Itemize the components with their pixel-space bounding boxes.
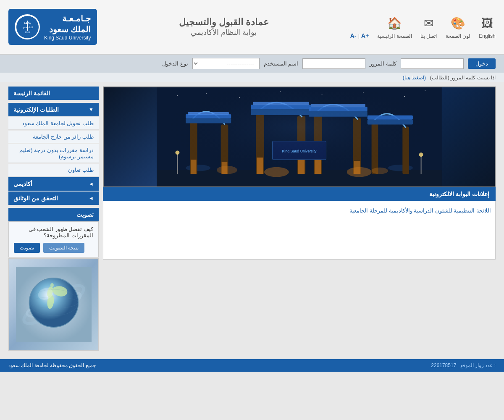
- vote-header: تصويت: [8, 208, 99, 221]
- nav-contact-label: اتصل بنا: [420, 33, 437, 39]
- vote-content: كيف تفضل ظهور الشعب في المقررات المطروحة…: [8, 221, 99, 257]
- font-minus-button[interactable]: A-: [350, 32, 357, 39]
- header-title-area: عمادة القبول والتسجيل بوابة النظام الأكا…: [97, 17, 350, 37]
- globe-image: [8, 258, 99, 351]
- vote-section: تصويت كيف تفضل ظهور الشعب في المقررات ال…: [8, 208, 99, 257]
- font-size-controls: A- | A+: [350, 32, 369, 39]
- announcements-title: إعلانات البوابة الالكترونية: [429, 191, 489, 197]
- sidebar-item-cooperation[interactable]: طلب تعاون: [8, 164, 99, 176]
- sidebar-main-menu-label: القائمة الرئيسة: [13, 90, 50, 97]
- forgot-password-bar: اذا نسيت كلمة المرور (للطالب) (اضغط هنا): [0, 73, 504, 82]
- footer-visitor-area: 226178517 عدد زوار الموقع :: [431, 362, 496, 368]
- main-content: King Saud University إعلانات البوابة الا: [0, 82, 504, 355]
- envelope-icon: ✉: [420, 15, 437, 32]
- forgot-password-text: اذا نسيت كلمة المرور (للطالب): [430, 75, 496, 81]
- sidebar-verify-docs-header[interactable]: ◄ التحقق من الوثائق: [8, 192, 99, 205]
- forgot-password-link[interactable]: (اضغط هنا): [403, 75, 426, 81]
- vote-result-button[interactable]: نتيجة التصويت: [43, 243, 84, 253]
- nav-colors-label: لون الصفحة: [446, 33, 470, 39]
- portal-title-sub: بوابة النظام الأكاديمي: [110, 28, 337, 37]
- vote-question: كيف تفضل ظهور الشعب في المقررات المطروحة…: [14, 226, 93, 239]
- login-type-select[interactable]: ---------------: [192, 58, 260, 69]
- sidebar-item-courses-nodegree[interactable]: دراسة مقررات بدون درجة (تعليم مستمر برسو…: [8, 144, 99, 163]
- vote-buttons: تصويت نتيجة التصويت: [14, 243, 93, 253]
- home-icon: 🏠: [386, 15, 403, 32]
- sidebar: القائمة الرئيسة ▼ الطلبات الإلكترونية طل…: [8, 87, 99, 351]
- font-plus-button[interactable]: A+: [361, 32, 369, 39]
- nav-english-label: English: [479, 33, 495, 39]
- svg-rect-52: [157, 87, 442, 186]
- login-bar: دخول كلمة المرور اسم المستخدم ----------…: [0, 55, 504, 73]
- nav-home[interactable]: 🏠 الصفحة الرئيسية: [377, 15, 412, 39]
- color-palette-icon: 🎨: [449, 15, 466, 32]
- announcement-link-1[interactable]: اللائحة التنظيمية للشئون الدراسية والأكا…: [108, 205, 491, 216]
- portal-title-main: عمادة القبول والتسجيل: [110, 17, 337, 28]
- university-emblem: جامعة الملك سعود 1957: [15, 14, 40, 39]
- visitor-count: 226178517: [431, 362, 456, 368]
- sidebar-main-menu-header[interactable]: القائمة الرئيسة: [8, 87, 99, 100]
- sidebar-verify-docs-label: التحقق من الوثائق: [13, 195, 58, 202]
- password-input[interactable]: [401, 58, 464, 69]
- chevron-down-icon: ▼: [89, 107, 94, 113]
- hero-banner: King Saud University: [103, 87, 496, 187]
- sidebar-item-visitor[interactable]: طلب زائر من خارج الجامعة: [8, 131, 99, 143]
- chevron-right-icon-2: ◄: [89, 195, 94, 201]
- sidebar-electronic-requests-header[interactable]: ▼ الطلبات الإلكترونية: [8, 103, 99, 116]
- nav-english[interactable]: 🖼 English: [479, 15, 496, 39]
- chevron-right-icon: ◄: [89, 181, 94, 187]
- username-input[interactable]: [302, 58, 365, 69]
- university-name-english: King Saud University: [44, 35, 91, 41]
- english-flag-icon: 🖼: [479, 15, 496, 32]
- university-logo: جـامـعـةالملك سعود King Saud University …: [8, 9, 97, 45]
- nav-contact[interactable]: ✉ اتصل بنا: [420, 15, 437, 39]
- vote-button[interactable]: تصويت: [14, 243, 40, 253]
- vote-title: تصويت: [76, 211, 94, 218]
- sidebar-academic-header[interactable]: ◄ أكاديمي: [8, 177, 99, 191]
- username-label: اسم المستخدم: [264, 60, 299, 67]
- logo-text-area: جـامـعـةالملك سعود King Saud University: [44, 13, 91, 41]
- login-button[interactable]: دخول: [468, 58, 496, 69]
- sidebar-academic-label: أكاديمي: [13, 181, 32, 187]
- svg-text:1957: 1957: [24, 31, 30, 34]
- sidebar-item-transfer[interactable]: طلب تحويل لجامعة الملك سعود: [8, 117, 99, 130]
- font-sep: |: [358, 33, 360, 39]
- nav-colors[interactable]: 🎨 لون الصفحة: [446, 15, 470, 39]
- university-name-arabic: جـامـعـةالملك سعود: [44, 13, 91, 35]
- footer: 226178517 عدد زوار الموقع : جميع الحقوق …: [0, 359, 504, 372]
- header-nav: 🖼 English 🎨 لون الصفحة ✉ اتصل بنا 🏠 الصف…: [350, 15, 496, 39]
- announcements-content: اللائحة التنظيمية للشئون الدراسية والأكا…: [103, 201, 496, 260]
- password-label: كلمة المرور: [370, 60, 396, 67]
- sidebar-electronic-requests-label: الطلبات الإلكترونية: [13, 106, 59, 113]
- footer-copyright: جميع الحقوق محفوظة لجامعة الملك سعود: [8, 362, 96, 368]
- visitor-label: عدد زوار الموقع :: [460, 362, 496, 368]
- login-type-label: نوع الدخول: [162, 60, 188, 67]
- center-content: King Saud University إعلانات البوابة الا: [103, 87, 496, 351]
- nav-home-label: الصفحة الرئيسية: [377, 33, 412, 39]
- announcements-header: إعلانات البوابة الالكترونية: [103, 187, 496, 201]
- header: 🖼 English 🎨 لون الصفحة ✉ اتصل بنا 🏠 الصف…: [0, 0, 504, 55]
